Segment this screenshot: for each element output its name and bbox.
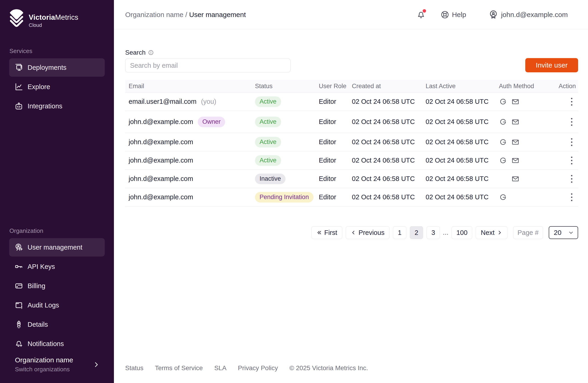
page-2-button[interactable]: 2 — [410, 226, 423, 239]
sidebar-section-services: Services Deployments Explore Integration — [0, 47, 114, 116]
page-size-select[interactable]: 20 — [549, 226, 578, 239]
page-100-button[interactable]: 100 — [452, 226, 472, 239]
column-user-role: User Role — [319, 83, 352, 90]
google-auth-icon — [499, 138, 507, 146]
created-at-cell: 02 Oct 24 06:58 UTC — [352, 138, 426, 146]
column-last-active: Last Active — [426, 83, 499, 90]
sidebar-item-api-keys[interactable]: API Keys — [9, 257, 105, 276]
created-at-cell: 02 Oct 24 06:58 UTC — [352, 193, 426, 201]
user-menu[interactable]: john.d@example.com — [488, 9, 568, 20]
user-email-cell: john.d@example.com — [129, 118, 193, 126]
last-active-cell: 02 Oct 24 06:58 UTC — [426, 157, 499, 164]
sidebar-item-details[interactable]: Details — [9, 315, 105, 334]
row-actions-menu[interactable] — [570, 193, 573, 202]
notifications-button[interactable] — [416, 10, 426, 20]
page-number-input[interactable] — [513, 226, 543, 239]
footer-copyright: © 2025 Victoria Metrics Inc. — [289, 364, 368, 372]
chevron-down-icon — [568, 230, 574, 236]
sidebar-item-billing[interactable]: Billing — [9, 277, 105, 295]
sidebar-item-label: Notifications — [28, 340, 64, 348]
mail-auth-icon — [511, 175, 520, 183]
switch-organizations-label: Switch organizations — [15, 366, 73, 373]
google-auth-icon — [499, 156, 507, 165]
users-table: Email Status User Role Created at Last A… — [125, 80, 578, 206]
brand-subtitle: Cloud — [29, 22, 78, 28]
window-alert-icon — [14, 301, 23, 310]
user-email-cell: john.d@example.com — [129, 175, 193, 182]
column-created-at: Created at — [352, 83, 426, 90]
last-active-cell: 02 Oct 24 06:58 UTC — [426, 175, 499, 182]
breadcrumb: Organization name / User management — [125, 11, 416, 19]
footer-link-privacy[interactable]: Privacy Policy — [238, 364, 278, 372]
sidebar-item-user-management[interactable]: User management — [9, 238, 105, 257]
footer-link-status[interactable]: Status — [125, 364, 143, 372]
user-email-cell: john.d@example.com — [129, 138, 193, 146]
sidebar-item-label: Deployments — [28, 64, 66, 71]
credit-card-icon — [14, 281, 23, 290]
table-row: email.user1@mail.com (you) Active Editor… — [125, 93, 578, 111]
row-actions-menu[interactable] — [570, 117, 573, 126]
invite-user-button[interactable]: Invite user — [525, 58, 578, 72]
chevron-right-icon — [93, 361, 100, 368]
created-at-cell: 02 Oct 24 06:58 UTC — [352, 175, 426, 182]
next-page-button[interactable]: Next — [476, 226, 507, 239]
last-active-cell: 02 Oct 24 06:58 UTC — [426, 193, 499, 201]
last-active-cell: 02 Oct 24 06:58 UTC — [426, 98, 499, 105]
row-actions-menu[interactable] — [570, 156, 573, 165]
google-auth-icon — [499, 193, 507, 201]
user-role-cell: Editor — [319, 157, 352, 164]
owner-badge: Owner — [198, 117, 225, 127]
sidebar-item-label: Integrations — [28, 102, 63, 110]
created-at-cell: 02 Oct 24 06:58 UTC — [352, 157, 426, 164]
user-email-cell: john.d@example.com — [129, 193, 193, 201]
row-actions-menu[interactable] — [570, 174, 573, 183]
table-row: john.d@example.com Pending Invitation Ed… — [125, 188, 578, 206]
user-email-cell: email.user1@mail.com — [129, 98, 196, 105]
created-at-cell: 02 Oct 24 06:58 UTC — [352, 98, 426, 105]
user-badge-icon — [488, 9, 499, 20]
mail-auth-icon — [511, 98, 520, 106]
status-badge: Active — [255, 155, 281, 166]
sidebar-item-explore[interactable]: Explore — [9, 78, 105, 96]
column-auth-method: Auth Method — [499, 83, 559, 90]
rocket-icon — [14, 320, 23, 329]
footer-link-terms[interactable]: Terms of Service — [155, 364, 203, 372]
sidebar-item-label: Explore — [28, 83, 50, 91]
footer-link-sla[interactable]: SLA — [214, 364, 227, 372]
line-chart-icon — [14, 82, 23, 91]
row-actions-menu[interactable] — [570, 138, 573, 147]
user-email: john.d@example.com — [501, 11, 568, 19]
sidebar-item-label: Billing — [28, 282, 45, 290]
search-input[interactable] — [125, 59, 291, 72]
organization-switcher[interactable]: Organization name Switch organizations — [9, 356, 105, 373]
lifebuoy-icon — [440, 10, 449, 19]
info-icon[interactable] — [148, 50, 154, 56]
page-1-button[interactable]: 1 — [393, 226, 406, 239]
chevron-left-icon — [351, 230, 356, 235]
sidebar-item-audit-logs[interactable]: Audit Logs — [9, 296, 105, 314]
table-row: john.d@example.com Owner Active Editor 0… — [125, 111, 578, 133]
user-search-plus-icon — [14, 243, 23, 252]
breadcrumb-current: User management — [189, 11, 246, 18]
column-email: Email — [129, 83, 255, 90]
monitor-icon — [14, 63, 23, 72]
column-action: Action — [559, 83, 575, 90]
previous-page-button[interactable]: Previous — [346, 226, 390, 239]
user-role-cell: Editor — [319, 175, 352, 182]
sidebar-item-integrations[interactable]: Integrations — [9, 97, 105, 115]
table-row: john.d@example.com Active Editor 02 Oct … — [125, 133, 578, 151]
last-active-cell: 02 Oct 24 06:58 UTC — [426, 118, 499, 126]
sidebar-item-notifications[interactable]: Notifications — [9, 335, 105, 353]
row-actions-menu[interactable] — [570, 97, 573, 106]
first-page-button[interactable]: First — [312, 226, 342, 239]
user-role-cell: Editor — [319, 138, 352, 146]
sidebar-item-deployments[interactable]: Deployments — [9, 58, 105, 77]
brand-logo[interactable]: VictoriaMetrics Cloud — [0, 0, 114, 28]
breadcrumb-separator: / — [185, 11, 187, 18]
page-3-button[interactable]: 3 — [426, 226, 440, 239]
table-row: john.d@example.com Active Editor 02 Oct … — [125, 151, 578, 170]
toolbar: Search Invite user — [125, 49, 578, 72]
integrations-icon — [14, 101, 23, 111]
breadcrumb-parent[interactable]: Organization name — [125, 11, 183, 18]
help-button[interactable]: Help — [440, 10, 466, 19]
